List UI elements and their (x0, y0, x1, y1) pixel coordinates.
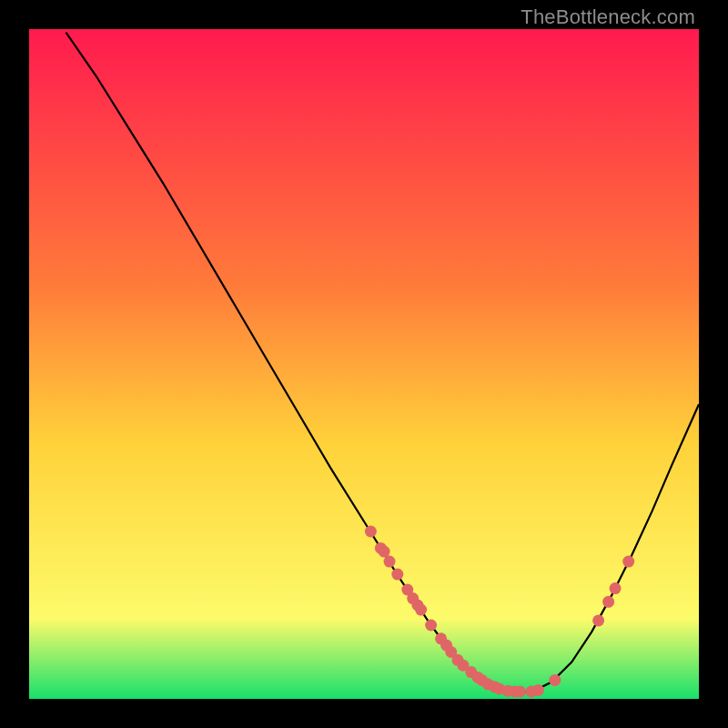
bottleneck-curve-chart (29, 29, 699, 699)
data-point (592, 614, 604, 626)
watermark-text: TheBottleneck.com (521, 5, 695, 29)
data-point (415, 604, 427, 616)
data-point (602, 596, 614, 608)
data-point (532, 684, 544, 696)
data-point (425, 620, 437, 632)
data-point (384, 556, 396, 568)
data-point (391, 569, 403, 581)
chart-frame (29, 29, 699, 699)
data-point (514, 685, 526, 697)
data-point (549, 674, 561, 686)
data-point (379, 546, 390, 558)
data-point (610, 582, 622, 594)
data-point (365, 526, 377, 538)
data-point (622, 556, 634, 568)
